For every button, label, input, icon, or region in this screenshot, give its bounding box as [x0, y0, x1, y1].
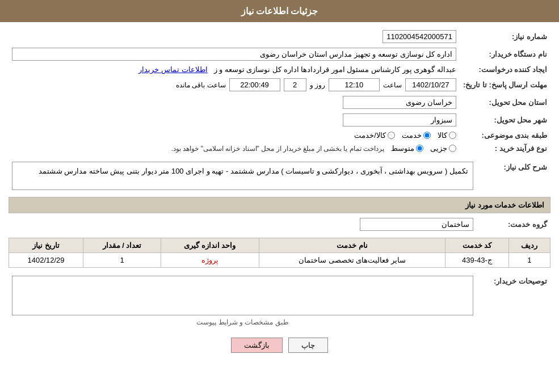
cell-code: ج-43-439 [445, 253, 508, 268]
page-wrapper: جزئیات اطلاعات نیاز شماره نیاز: 11020045… [0, 0, 559, 392]
tabaqe-radio-group: کالا خدمت کالا/خدمت [12, 131, 456, 140]
tabaqe-label: طبقه بندی موضوعی: [460, 129, 550, 142]
radio-jozi-input[interactable] [449, 145, 456, 152]
cell-count: 1 [83, 253, 161, 268]
tosif-label: توصیحات خریدار: [477, 273, 550, 330]
creator-value: عبداله گوهری پور کارشناس مسئول امور قرار… [214, 65, 456, 74]
radio-khedmat[interactable]: خدمت [402, 131, 431, 140]
row-name-darkhast: نام دستگاه خریدار: اداره کل نوسازی توسعه… [9, 45, 550, 63]
tosif-textarea[interactable] [12, 276, 473, 315]
sharh-value: تکمیل ( سرویس بهداشتی ، آبخوری ، دیوارکش… [12, 162, 473, 190]
services-table-head: ردیف کد خدمت نام خدمت واحد اندازه گیری ت… [9, 238, 550, 253]
th-unit: واحد اندازه گیری [161, 238, 259, 253]
header-title: جزئیات اطلاعات نیاز [241, 6, 318, 16]
creator-label: ایجاد کننده درخواست: [460, 63, 550, 76]
radio-khedmat-input[interactable] [423, 132, 431, 139]
back-button[interactable]: بازگشت [231, 338, 283, 353]
sharh-label: شرح کلی نیاز: [477, 159, 550, 192]
th-radif: ردیف [508, 238, 550, 253]
th-code: کد خدمت [445, 238, 508, 253]
shahr-value: سبزوار [343, 113, 456, 127]
cell-name: سایر فعالیت‌های تخصصی ساختمان [259, 253, 445, 268]
radio-kala[interactable]: کالا [438, 131, 456, 140]
group-label: گروه خدمت: [477, 216, 550, 233]
shahr-label: شهر محل تحویل: [460, 111, 550, 129]
radio-jozi[interactable]: جزیی [430, 144, 456, 153]
services-header-row: ردیف کد خدمت نام خدمت واحد اندازه گیری ت… [9, 238, 550, 253]
row-ostan: استان محل تحویل: خراسان رضوی [9, 94, 550, 111]
time-label: ساعت [383, 81, 402, 89]
days-value: 2 [284, 78, 306, 91]
row-tabaqe: طبقه بندی موضوعی: کالا خدمت [9, 129, 550, 142]
remaining-label: ساعت باقی مانده [176, 81, 226, 89]
ostan-value: خراسان رضوی [343, 96, 456, 109]
group-table: گروه خدمت: ساختمان [9, 216, 550, 233]
info-table: شماره نیاز: 1102004542000571 نام دستگاه … [9, 28, 550, 155]
radio-khedmat-label: خدمت [402, 131, 422, 140]
radio-motavasset-input[interactable] [416, 145, 423, 152]
days-label: روز و [310, 81, 325, 89]
remaining-value: 22:00:49 [229, 78, 280, 91]
services-table: ردیف کد خدمت نام خدمت واحد اندازه گیری ت… [9, 238, 550, 268]
tosif-table: توصیحات خریدار: طبق مشخصات و شرایط پیوست [9, 273, 550, 330]
radio-kala-label: کالا [438, 131, 447, 140]
name-darkhast-value: اداره کل نوسازی توسعه و تجهیز مدارس استا… [12, 48, 456, 61]
sharh-table: شرح کلی نیاز: تکمیل ( سرویس بهداشتی ، آب… [9, 159, 550, 192]
services-table-body: 1 ج-43-439 سایر فعالیت‌های تخصصی ساختمان… [9, 253, 550, 268]
row-shomara: شماره نیاز: 1102004542000571 [9, 28, 550, 45]
radio-kala-input[interactable] [449, 132, 456, 139]
content-area: شماره نیاز: 1102004542000571 نام دستگاه … [0, 22, 559, 364]
row-creator: ایجاد کننده درخواست: عبداله گوهری پور کا… [9, 63, 550, 76]
radio-kala-khedmat[interactable]: کالا/خدمت [354, 131, 395, 140]
row-sharh: شرح کلی نیاز: تکمیل ( سرویس بهداشتی ، آب… [9, 159, 550, 192]
row-farayand: نوع فرآیند خرید : جزیی متوسط پرداخت تمام… [9, 142, 550, 155]
creator-link[interactable]: اطلاعات تماس خریدار [138, 65, 207, 74]
time-value: 12:10 [329, 78, 380, 91]
shomara-label: شماره نیاز: [460, 28, 550, 45]
radio-jozi-label: جزیی [430, 144, 447, 153]
th-count: تعداد / مقدار [83, 238, 161, 253]
name-darkhast-label: نام دستگاه خریدار: [460, 45, 550, 63]
radio-motavasset-label: متوسط [391, 144, 414, 153]
row-group: گروه خدمت: ساختمان [9, 216, 550, 233]
farayand-note: پرداخت تمام یا بخشی از مبلغ خریدار از مح… [171, 145, 384, 153]
table-row: 1 ج-43-439 سایر فعالیت‌های تخصصی ساختمان… [9, 253, 550, 268]
radio-kala-khedmat-label: کالا/خدمت [354, 131, 386, 140]
th-date: تاریخ نیاز [9, 238, 83, 253]
mohlat-label: مهلت ارسال پاسخ: تا تاریخ: [460, 76, 550, 94]
cell-date: 1402/12/29 [9, 253, 83, 268]
row-shahr: شهر محل تحویل: سبزوار [9, 111, 550, 129]
shomara-value: 1102004542000571 [383, 30, 456, 43]
khadamat-title: اطلاعات خدمات مورد نیاز [9, 197, 550, 213]
row-tosif: توصیحات خریدار: طبق مشخصات و شرایط پیوست [9, 273, 550, 330]
radio-kala-khedmat-input[interactable] [388, 132, 395, 139]
farayand-label: نوع فرآیند خرید : [460, 142, 550, 155]
farayand-radio-group: جزیی متوسط پرداخت تمام یا بخشی از مبلغ خ… [12, 144, 456, 153]
buttons-row: چاپ بازگشت [9, 338, 550, 353]
cell-radif: 1 [508, 253, 550, 268]
tosif-hint: طبق مشخصات و شرایط پیوست [12, 317, 473, 327]
radio-motavasset[interactable]: متوسط [391, 144, 423, 153]
row-date: مهلت ارسال پاسخ: تا تاریخ: 1402/10/27 سا… [9, 76, 550, 94]
ostan-label: استان محل تحویل: [460, 94, 550, 111]
date-value: 1402/10/27 [405, 78, 456, 91]
cell-unit[interactable]: پروژه [161, 253, 259, 268]
print-button[interactable]: چاپ [288, 338, 328, 353]
page-header: جزئیات اطلاعات نیاز [0, 0, 559, 22]
th-name: نام خدمت [259, 238, 445, 253]
group-value: ساختمان [360, 218, 473, 231]
